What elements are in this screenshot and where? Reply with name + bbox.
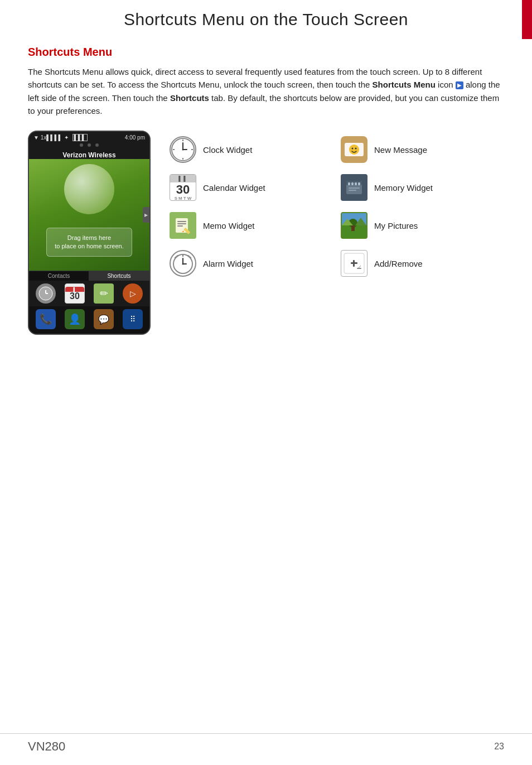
- shortcut-memory-widget: Memory Widget: [333, 169, 504, 206]
- shortcut-memo-widget: Memo Widget: [162, 206, 333, 244]
- shortcut-new-message: New Message: [333, 131, 504, 169]
- clock-widget-icon: [170, 136, 196, 163]
- battery-icon: ▌▌▌: [72, 134, 88, 141]
- clock-icon-svg: [171, 137, 195, 162]
- section-heading: Shortcuts Menu: [28, 46, 504, 59]
- shortcuts-menu-icon-inline: ▶: [456, 81, 463, 89]
- phone-nav-icon: ▷: [123, 283, 143, 304]
- memory-widget-icon: [341, 174, 367, 201]
- alarm-icon-svg: [171, 251, 195, 276]
- red-sidebar-bar: [522, 0, 532, 39]
- phone-tab-contacts[interactable]: Contacts: [29, 271, 89, 281]
- calendar-widget-icon: ▌ ▌ 30 SMTW: [170, 174, 196, 201]
- new-message-label: New Message: [374, 145, 427, 155]
- drag-text-line2: to place on home screen.: [55, 242, 124, 251]
- body-text-part3: icon: [436, 80, 456, 89]
- svg-point-15: [355, 148, 357, 150]
- alarm-widget-icon: [170, 250, 196, 277]
- svg-rect-26: [177, 223, 186, 224]
- shortcuts-grid: Clock Widget New Message ▌ ▌ 3: [162, 131, 504, 282]
- page-title-area: Shortcuts Menu on the Touch Screen: [0, 0, 532, 35]
- shortcut-add-remove: Add/Remove: [333, 244, 504, 282]
- svg-rect-18: [348, 182, 350, 185]
- clock-widget-label: Clock Widget: [203, 145, 252, 155]
- svg-point-13: [349, 145, 359, 155]
- svg-rect-25: [177, 221, 186, 222]
- phone-handset: 📞: [40, 313, 52, 325]
- calendar-header: ▌ ▌: [170, 175, 196, 182]
- alarm-widget-label: Alarm Widget: [203, 259, 253, 268]
- phone-drag-box: Drag items here to place on home screen.: [46, 228, 132, 257]
- shortcut-my-pictures: My Pictures: [333, 206, 504, 244]
- svg-rect-34: [351, 225, 355, 231]
- phone-status-time: 4:00 pm: [125, 134, 145, 141]
- msg-bubble: 💬: [98, 314, 109, 325]
- page-title: Shortcuts Menu on the Touch Screen: [22, 10, 510, 29]
- svg-rect-21: [358, 182, 360, 185]
- drag-text-line1: Drag items here: [55, 234, 124, 242]
- dot1: [80, 143, 83, 147]
- apps-dots: ⠿: [130, 315, 136, 324]
- svg-rect-27: [177, 225, 183, 227]
- svg-rect-22: [349, 187, 360, 189]
- phone-tab-shortcuts[interactable]: Shortcuts: [89, 271, 149, 281]
- memo-pencil: ✏: [100, 287, 108, 300]
- phone-status-bar: ▼ 1x▌▌▌▌ ✦ ▌▌▌ 4:00 pm: [29, 132, 149, 142]
- phone-carrier: Verizon Wireless: [29, 148, 149, 159]
- phone-calendar-icon: ▌ 30: [65, 283, 85, 304]
- shortcut-calendar-widget: ▌ ▌ 30 SMTW Calendar Widget: [162, 169, 333, 206]
- calendar-number: 30: [176, 184, 190, 196]
- phone-arrow-tab[interactable]: [143, 207, 149, 223]
- footer-model: VN280: [28, 739, 65, 754]
- content-area: ▼ 1x▌▌▌▌ ✦ ▌▌▌ 4:00 pm Verizon Wireless …: [28, 131, 504, 335]
- phone-dots-row: [29, 142, 149, 148]
- sync-icon: ✦: [64, 134, 69, 141]
- memo-widget-icon: [170, 212, 196, 239]
- signal-icon: ▼ 1x▌▌▌▌: [33, 134, 62, 141]
- memory-icon-svg: [344, 177, 364, 198]
- svg-rect-20: [355, 182, 357, 185]
- body-text: The Shortcuts Menu allows quick, direct …: [28, 65, 504, 117]
- addremove-icon-svg: [343, 252, 365, 275]
- phone-contact-icon: 👤: [65, 309, 85, 329]
- calendar-grid: SMTW: [170, 196, 196, 201]
- memo-widget-label: Memo Widget: [203, 221, 255, 230]
- calendar-widget-label: Calendar Widget: [203, 183, 265, 193]
- page-footer: VN280 23: [0, 733, 532, 754]
- phone-status-left: ▼ 1x▌▌▌▌ ✦ ▌▌▌: [33, 134, 88, 141]
- svg-rect-19: [351, 182, 354, 185]
- dot3: [95, 143, 99, 147]
- body-text-shortcuts-bold: Shortcuts: [170, 93, 209, 103]
- clock-svg-small: [38, 286, 53, 301]
- bubble-decoration: [64, 164, 114, 214]
- add-remove-label: Add/Remove: [374, 259, 423, 268]
- phone-apps-icon: ⠿: [123, 309, 143, 329]
- shortcut-alarm-widget: Alarm Widget: [162, 244, 333, 282]
- add-remove-icon: [341, 250, 367, 277]
- svg-rect-23: [349, 190, 356, 191]
- phone-msg-icon: 💬: [94, 309, 114, 329]
- body-text-shortcuts-menu-bold: Shortcuts Menu: [373, 80, 436, 89]
- svg-rect-46: [353, 260, 355, 267]
- phone-bottom-tabs: Contacts Shortcuts: [29, 271, 149, 281]
- phone-shortcuts-row2: 📞 👤 💬 ⠿: [29, 306, 149, 334]
- newmsg-icon-svg: [342, 137, 366, 162]
- my-pictures-label: My Pictures: [374, 221, 418, 230]
- phone-clock-icon: [36, 283, 56, 304]
- shortcut-clock-widget: Clock Widget: [162, 131, 333, 169]
- phone-shortcuts-row1: ▌ 30 ✏ ▷: [29, 281, 149, 306]
- mypictures-icon-svg: [342, 213, 366, 238]
- memory-widget-label: Memory Widget: [374, 183, 433, 193]
- phone-mockup: ▼ 1x▌▌▌▌ ✦ ▌▌▌ 4:00 pm Verizon Wireless …: [28, 131, 151, 335]
- dot2: [88, 143, 91, 147]
- phone-screen-main: Drag items here to place on home screen.: [29, 159, 149, 271]
- my-pictures-icon: [341, 212, 367, 239]
- phone-memo-icon: ✏: [94, 283, 114, 304]
- footer-page-number: 23: [494, 742, 504, 752]
- phone-phone-icon: 📞: [36, 309, 56, 329]
- nav-arrow: ▷: [130, 289, 136, 298]
- svg-point-14: [352, 148, 354, 150]
- contact-person: 👤: [69, 313, 81, 325]
- memo-icon-svg: [173, 215, 193, 235]
- new-message-icon: [341, 136, 367, 163]
